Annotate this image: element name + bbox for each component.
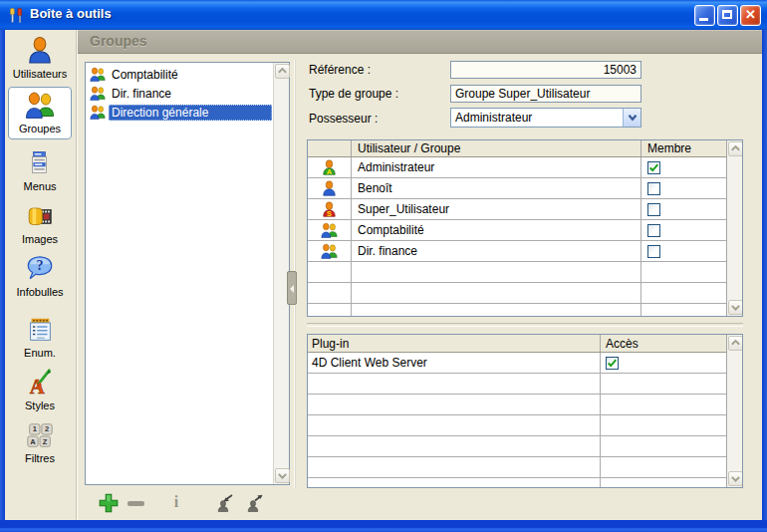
- sidebar-item-label: Utilisateurs: [8, 68, 72, 80]
- chevron-up-icon: [729, 142, 742, 155]
- enumeration-icon: [25, 315, 55, 345]
- member-checkbox[interactable]: [647, 245, 660, 258]
- add-group-button[interactable]: [98, 492, 120, 514]
- table-row-empty: [308, 457, 742, 478]
- sidebar-item-utilisateurs[interactable]: Utilisateurs: [8, 33, 72, 80]
- owner-value: Administrateur: [455, 111, 532, 125]
- close-icon: ✕: [741, 7, 760, 22]
- members-table: Utilisateur / Groupe Membre Administrate…: [307, 139, 743, 317]
- table-row[interactable]: 4D Client Web Server: [308, 353, 742, 374]
- svg-text:?: ?: [36, 257, 43, 273]
- owner-dropdown-button[interactable]: [623, 109, 640, 127]
- user-icon: [321, 180, 338, 197]
- owner-label: Possesseur :: [309, 110, 378, 128]
- sidebar-item-menus[interactable]: Menus: [8, 145, 72, 192]
- group-type-field[interactable]: Groupe Super_Utilisateur: [450, 85, 641, 103]
- minimize-icon: [699, 18, 708, 21]
- table-row[interactable]: Super_Utilisateur: [308, 199, 742, 220]
- table-row-empty: [308, 374, 742, 395]
- chevron-down-icon: [729, 472, 742, 485]
- member-checkbox[interactable]: [647, 161, 660, 174]
- sidebar-item-groupes[interactable]: Groupes: [8, 87, 72, 139]
- table-row-empty: [308, 478, 742, 488]
- scroll-down-button[interactable]: [275, 468, 290, 483]
- user-export-button[interactable]: [244, 492, 266, 514]
- sidebar-item-label: Filtres: [8, 452, 72, 464]
- svg-text:2: 2: [45, 424, 49, 433]
- styles-icon: A: [25, 368, 55, 398]
- table-row-empty: [308, 304, 742, 317]
- sidebar-item-filtres[interactable]: 1 2 A Z Filtres: [8, 417, 72, 464]
- sidebar: Utilisateurs Groupes Menus: [5, 30, 77, 520]
- group-icon: [90, 105, 106, 121]
- table-row-empty: [308, 395, 742, 415]
- group-type-label: Type de groupe :: [309, 85, 398, 103]
- owner-dropdown[interactable]: Administrateur: [450, 108, 641, 128]
- member-column-header: Membre: [641, 140, 726, 156]
- toolbox-icon: [8, 7, 25, 24]
- window-title: Boîte à outils: [30, 6, 112, 21]
- plugins-table-scrollbar[interactable]: [726, 335, 742, 487]
- member-name: Benoît: [352, 178, 641, 198]
- group-list-item[interactable]: Comptabilité: [87, 65, 272, 84]
- group-list-item[interactable]: Dir. finance: [87, 84, 272, 103]
- member-name: Dir. finance: [352, 241, 641, 261]
- members-table-scrollbar[interactable]: [726, 140, 742, 316]
- table-row-empty: [308, 262, 742, 283]
- group-list-item-selected[interactable]: Direction générale: [87, 103, 272, 122]
- maximize-button[interactable]: [717, 5, 738, 26]
- close-button[interactable]: ✕: [740, 5, 761, 26]
- user-import-button[interactable]: [214, 492, 236, 514]
- info-button[interactable]: i: [165, 492, 187, 514]
- window-border-right: [762, 30, 767, 532]
- member-checkbox[interactable]: [647, 224, 660, 237]
- sidebar-item-label: Infobulles: [8, 286, 72, 298]
- chevron-up-icon: [729, 337, 742, 350]
- delete-group-button[interactable]: [126, 492, 147, 514]
- access-column-header: Accès: [601, 335, 726, 352]
- title-bar: Boîte à outils ✕: [0, 0, 767, 30]
- sidebar-item-enum[interactable]: Enum.: [8, 312, 72, 359]
- scroll-up-button[interactable]: [728, 141, 743, 156]
- scroll-up-button[interactable]: [728, 336, 743, 351]
- user-export-icon: [244, 492, 266, 514]
- add-icon: [98, 492, 120, 514]
- maximize-icon: [722, 10, 732, 19]
- group-list[interactable]: Comptabilité Dir. finance Direction géné…: [85, 62, 290, 485]
- sidebar-item-infobulles[interactable]: ? Infobulles: [8, 251, 72, 298]
- user-icon: [25, 36, 55, 66]
- table-row[interactable]: Dir. finance: [308, 241, 742, 262]
- table-row-empty: [308, 283, 742, 304]
- group-name: Dir. finance: [109, 86, 174, 102]
- sidebar-item-images[interactable]: Images: [8, 198, 72, 245]
- group-icon: [321, 243, 338, 260]
- chevron-down-icon: [729, 301, 742, 314]
- minimize-button[interactable]: [694, 5, 715, 26]
- table-row[interactable]: Administrateur: [308, 157, 742, 178]
- scroll-down-button[interactable]: [728, 471, 743, 486]
- chevron-down-icon: [276, 469, 289, 482]
- group-icon: [321, 222, 338, 239]
- icon-column-header: [308, 140, 352, 156]
- check-icon: [648, 162, 659, 173]
- sidebar-item-label: Groupes: [9, 123, 71, 134]
- chevron-down-icon: [626, 111, 639, 125]
- member-name: Comptabilité: [352, 220, 641, 240]
- svg-text:A: A: [30, 437, 36, 446]
- scroll-down-button[interactable]: [728, 300, 743, 315]
- table-row[interactable]: Comptabilité: [308, 220, 742, 241]
- member-checkbox[interactable]: [647, 182, 660, 195]
- table-row-empty: [308, 415, 742, 436]
- scroll-up-button[interactable]: [275, 64, 290, 79]
- user-import-icon: [214, 492, 236, 514]
- section-header: Groupes: [78, 30, 762, 54]
- sidebar-item-styles[interactable]: A Styles: [8, 365, 72, 411]
- splitter-handle[interactable]: [287, 271, 297, 305]
- member-checkbox[interactable]: [647, 203, 660, 216]
- table-row[interactable]: Benoît: [308, 178, 742, 199]
- menus-icon: [25, 148, 55, 178]
- plugins-table-header: Plug-in Accès: [308, 335, 742, 353]
- tables-divider: [307, 323, 743, 327]
- access-checkbox[interactable]: [606, 357, 619, 370]
- reference-field[interactable]: 15003: [450, 61, 641, 79]
